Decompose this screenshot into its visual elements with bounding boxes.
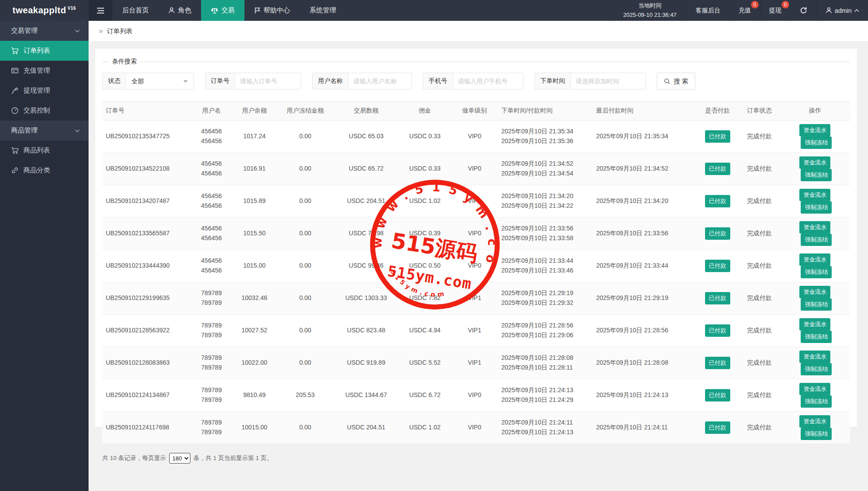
paid-status-badge: 已付款 xyxy=(705,421,730,434)
nav-item-dashboard[interactable]: 后台首页 xyxy=(112,0,159,21)
status-select-wrap: 全部 xyxy=(126,73,194,89)
username-line1: 456456 xyxy=(194,127,229,136)
search-legend: 条件搜索 xyxy=(108,58,140,66)
col-status: 订单状态 xyxy=(738,101,780,121)
nav-item-service-backend[interactable]: 客服后台 xyxy=(686,0,729,21)
col-username: 用户名 xyxy=(190,101,232,121)
funds-flow-button[interactable]: 资金流水 xyxy=(799,383,830,395)
order-pay-time-cell: 2025年09月10日 21:28:08 2025年09月10日 21:28:1… xyxy=(498,347,593,379)
sidebar-item-order-list[interactable]: 订单列表 xyxy=(0,41,89,61)
search-button[interactable]: 搜 索 xyxy=(657,73,695,90)
nav-item-label: 系统管理 xyxy=(310,6,336,15)
nav-item-trade[interactable]: 交易 xyxy=(201,0,244,21)
frozen-cell: 0.00 xyxy=(276,218,334,250)
status-filter-group: 状态 全部 xyxy=(102,73,194,90)
order-pay-time-cell: 2025年09月10日 21:24:13 2025年09月10日 21:24:2… xyxy=(498,379,593,412)
force-freeze-button[interactable]: 强制冻结 xyxy=(801,363,832,375)
menu-toggle-button[interactable] xyxy=(89,0,112,21)
records-summary-prefix: 共 10 条记录，每页显示 xyxy=(102,454,166,462)
force-freeze-button[interactable]: 强制冻结 xyxy=(801,234,832,246)
paid-status-badge: 已付款 xyxy=(705,195,730,207)
funds-flow-button[interactable]: 资金流水 xyxy=(799,156,830,169)
force-freeze-button[interactable]: 强制冻结 xyxy=(801,169,832,181)
funds-flow-button[interactable]: 资金流水 xyxy=(799,253,830,266)
balance-cell: 10027.52 xyxy=(232,315,277,347)
cart-icon xyxy=(11,47,19,55)
nav-item-withdraw[interactable]: 提现 0 xyxy=(760,0,790,21)
order-no-cell: UB2509102135347725 xyxy=(102,121,190,153)
sidebar-item-withdraw-management[interactable]: 提现管理 xyxy=(0,81,89,101)
status-cell: 完成付款 xyxy=(738,347,780,379)
sidebar-item-product-list[interactable]: 商品列表 xyxy=(0,140,89,160)
funds-flow-button[interactable]: 资金流水 xyxy=(799,221,830,234)
sidebar-group-product-management[interactable]: 商品管理 xyxy=(0,121,89,140)
force-freeze-button[interactable]: 强制冻结 xyxy=(801,395,832,408)
status-select[interactable]: 全部 xyxy=(126,73,194,89)
paid-status-badge: 已付款 xyxy=(705,227,730,240)
sidebar-item-trade-control[interactable]: 交易控制 xyxy=(0,101,89,121)
order-time-input[interactable] xyxy=(571,73,645,89)
last-pay-time-cell: 2025年09月10日 21:24:13 xyxy=(593,379,697,412)
col-balance: 用户余额 xyxy=(232,101,277,121)
order-list-card: 条件搜索 状态 全部 订单号 用户名称 xyxy=(95,49,857,427)
paid-status-badge: 已付款 xyxy=(705,260,730,272)
withdraw-count-badge: 0 xyxy=(782,1,789,8)
local-time-label: 当地时间 xyxy=(639,1,662,10)
funds-flow-button[interactable]: 资金流水 xyxy=(799,351,830,363)
order-time: 2025年09月10日 21:24:11 xyxy=(501,418,589,428)
username-cell: 456456 456456 xyxy=(190,218,232,250)
user-menu[interactable]: admin xyxy=(816,0,868,21)
page-size-select[interactable]: 180 xyxy=(169,453,190,464)
nav-item-help[interactable]: 帮助中心 xyxy=(244,0,300,21)
phone-input[interactable] xyxy=(453,73,523,89)
username-input[interactable] xyxy=(349,73,411,89)
chevron-down-icon xyxy=(75,129,80,132)
funds-flow-button[interactable]: 资金流水 xyxy=(799,415,830,428)
flag-icon xyxy=(254,7,260,14)
app-logo-text: tweakappltd xyxy=(12,5,66,16)
order-no-input[interactable] xyxy=(235,73,301,89)
username-line2: 789789 xyxy=(194,363,229,373)
commission-cell: USDC 0.50 xyxy=(398,250,451,282)
nav-item-recharge[interactable]: 充值 0 xyxy=(729,0,760,21)
refresh-button[interactable] xyxy=(790,0,816,21)
order-time: 2025年09月10日 21:34:52 xyxy=(501,159,589,169)
funds-flow-button[interactable]: 资金流水 xyxy=(799,189,830,201)
username-cell: 789789 789789 xyxy=(190,347,232,379)
nav-item-system[interactable]: 系统管理 xyxy=(300,0,346,21)
username-label: 用户名称 xyxy=(313,73,349,89)
frozen-cell: 0.00 xyxy=(276,121,334,153)
col-level: 做单级别 xyxy=(451,101,498,121)
paid-cell: 已付款 xyxy=(697,121,739,153)
username-filter-group: 用户名称 xyxy=(312,73,412,90)
sidebar-item-product-category[interactable]: 商品分类 xyxy=(0,160,89,180)
funds-flow-button[interactable]: 资金流水 xyxy=(799,124,830,136)
sidebar-item-label: 商品列表 xyxy=(23,146,50,155)
force-freeze-button[interactable]: 强制冻结 xyxy=(801,428,832,440)
username-cell: 789789 789789 xyxy=(190,315,232,347)
sidebar-item-label: 订单列表 xyxy=(23,47,50,55)
force-freeze-button[interactable]: 强制冻结 xyxy=(801,298,832,311)
force-freeze-button[interactable]: 强制冻结 xyxy=(801,201,832,214)
app-logo[interactable]: tweakappltd V16 xyxy=(0,0,89,21)
sidebar-group-trade-management[interactable]: 交易管理 xyxy=(0,21,89,41)
sidebar-item-label: 提现管理 xyxy=(23,86,50,95)
paid-cell: 已付款 xyxy=(697,185,739,218)
force-freeze-button[interactable]: 强制冻结 xyxy=(801,136,832,149)
status-cell: 完成付款 xyxy=(738,379,780,412)
username-line1: 456456 xyxy=(194,191,229,201)
level-cell: VIP0 xyxy=(451,218,498,250)
funds-flow-button[interactable]: 资金流水 xyxy=(799,286,830,298)
table-row: UB2509102133444390 456456 456456 1015.00… xyxy=(102,250,850,282)
paid-cell: 已付款 xyxy=(697,379,739,412)
order-pay-time-cell: 2025年09月10日 21:28:56 2025年09月10日 21:29:0… xyxy=(498,315,593,347)
force-freeze-button[interactable]: 强制冻结 xyxy=(801,266,832,278)
username-line1: 789789 xyxy=(194,418,229,428)
sidebar-item-label: 交易控制 xyxy=(23,106,50,115)
username-line2: 789789 xyxy=(194,298,229,308)
person-icon xyxy=(168,7,175,14)
funds-flow-button[interactable]: 资金流水 xyxy=(799,318,830,331)
nav-item-roles[interactable]: 角色 xyxy=(159,0,201,21)
force-freeze-button[interactable]: 强制冻结 xyxy=(801,331,832,343)
sidebar-item-recharge-management[interactable]: 充值管理 xyxy=(0,61,89,81)
